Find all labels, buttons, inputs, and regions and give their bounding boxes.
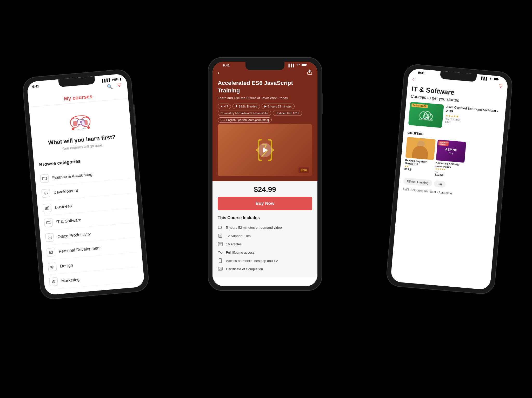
badges-row: ★ 4.7 ⬇ 19.9k Enrolled ▶ 5 hours 52 minu… xyxy=(218,104,312,109)
office-icon xyxy=(45,233,54,242)
svg-text:A CLOUD GURU: A CLOUD GURU xyxy=(418,118,433,121)
es6-badge: ES6 xyxy=(298,167,309,173)
battery-icon xyxy=(301,63,307,67)
left-phone: 9:41 ▌▌▌▌ WiFi ▮ 🔍 My courses xyxy=(22,68,150,300)
left-empty-title: What will you learn first? xyxy=(48,133,116,146)
updated-text: Updated Feb 2019 xyxy=(276,112,299,115)
tag-ethical-hacking[interactable]: Ethical Hacking xyxy=(403,178,433,187)
wifi-icon xyxy=(296,63,300,67)
svg-line-30 xyxy=(53,266,53,268)
svg-rect-35 xyxy=(302,64,306,66)
it-software-label: IT & Software xyxy=(56,218,81,224)
wifi-icon: WiFi xyxy=(112,77,118,82)
include-lifetime: Full lifetime access xyxy=(218,248,312,257)
aspnet-card[interactable]: HIGHESTRATED ASP.NE Cre Advanced ASP.NET… xyxy=(435,140,466,179)
share-button[interactable] xyxy=(307,69,312,76)
svg-line-27 xyxy=(51,266,51,268)
svg-line-14 xyxy=(45,192,46,194)
svg-line-13 xyxy=(42,178,46,178)
download-icon: ⬇ xyxy=(235,105,238,108)
include-mobile: Access on mobile, desktop and TV xyxy=(218,257,312,265)
duration-value: 5 hours 52 minutes xyxy=(268,105,292,108)
creator-badge: Created by Maximilian Schwarzmüller xyxy=(218,111,271,116)
svg-rect-21 xyxy=(48,236,51,239)
aspnet-text: ASP.NE Cre xyxy=(445,147,457,155)
language-badge: CC, English,Spanish [Auto-generated] xyxy=(218,117,272,123)
tag-lin[interactable]: Lin xyxy=(434,180,446,188)
course-title: Accelerated ES6 JavaScript Training xyxy=(218,79,312,94)
back-button[interactable]: ‹ xyxy=(218,70,220,76)
section2-title: courses xyxy=(407,130,424,136)
includes-title: This Course Includes xyxy=(218,215,312,220)
personal-icon xyxy=(46,248,56,257)
svg-rect-5 xyxy=(73,121,78,126)
left-phone-screen: 9:41 ▌▌▌▌ WiFi ▮ 🔍 My courses xyxy=(27,73,145,295)
left-time: 9:41 xyxy=(32,84,39,89)
svg-line-22 xyxy=(49,237,50,237)
cloud-guru-thumb: BESTSELLER A CLOUD GURU xyxy=(408,102,444,128)
left-status-icons: ▌▌▌▌ WiFi ▮ xyxy=(102,77,122,82)
svg-rect-24 xyxy=(49,251,53,254)
include-mobile-text: Access on mobile, desktop and TV xyxy=(226,259,278,263)
svg-marker-41 xyxy=(222,227,222,228)
svg-line-0 xyxy=(117,84,121,84)
include-articles: 16 Articles xyxy=(218,240,312,248)
signal-icon: ▌▌▌▌ xyxy=(102,78,111,83)
business-icon xyxy=(43,204,52,213)
office-label: Office Productivity xyxy=(57,232,91,239)
badges-row-3: CC, English,Spanish [Auto-generated] xyxy=(218,117,312,123)
center-status-icons: ▌▌▌ xyxy=(288,63,307,67)
play-button[interactable] xyxy=(258,143,272,157)
it-software-icon xyxy=(44,218,53,227)
browse-section: Browse categories Finance & Accounting D… xyxy=(34,150,144,290)
duration-badge: ▶ 5 hours 52 minutes xyxy=(262,104,295,109)
include-articles-text: 16 Articles xyxy=(226,242,242,246)
updated-badge: Updated Feb 2019 xyxy=(273,111,302,116)
include-certificate-text: Certificate of Completion xyxy=(226,267,263,271)
tag-label: Lin xyxy=(437,182,442,186)
svg-rect-9 xyxy=(82,120,85,125)
design-icon xyxy=(48,262,57,272)
include-video: 5 hours 52 minutes on-demand video xyxy=(218,223,312,232)
svg-point-33 xyxy=(53,281,54,282)
right-back-button[interactable]: ‹ xyxy=(412,76,415,83)
center-phone-screen: 9:41 ▌▌▌ ‹ xyxy=(212,62,317,286)
svg-rect-42 xyxy=(219,234,222,238)
course-thumbnail[interactable]: ES6 xyxy=(218,124,312,176)
headphone-illustration xyxy=(66,112,94,132)
svg-line-29 xyxy=(52,265,52,268)
right-filter-icon[interactable] xyxy=(498,84,504,90)
include-files-text: 12 Support Files xyxy=(226,234,251,238)
battery-icon xyxy=(494,77,499,82)
center-phone: 9:41 ▌▌▌ ‹ xyxy=(208,57,322,291)
price-text: $24.99 xyxy=(218,185,312,194)
buy-now-button[interactable]: Buy Now xyxy=(218,197,312,210)
highest-rated-badge: HIGHESTRATED xyxy=(438,141,449,146)
devops-card[interactable]: DevOps EngineerHands On! ★★ $12.5 xyxy=(404,137,436,176)
filter-icon[interactable] xyxy=(117,83,122,89)
star-icon: ★ xyxy=(221,105,223,108)
include-certificate: Certificate of Completion xyxy=(218,265,312,273)
mobile-icon xyxy=(218,258,223,263)
svg-rect-18 xyxy=(46,221,50,224)
svg-line-25 xyxy=(50,252,52,252)
bestseller-badge: BESTSELLER xyxy=(411,103,428,108)
svg-point-51 xyxy=(220,262,221,262)
svg-rect-15 xyxy=(45,207,46,210)
search-icon[interactable]: 🔍 xyxy=(107,84,113,90)
right-phone: 9:41 ▌▌▌ ‹ xyxy=(385,63,513,295)
development-icon xyxy=(41,189,50,198)
svg-line-28 xyxy=(51,266,52,268)
creator-text: Created by Maximilian Schwarzmüller xyxy=(221,112,268,115)
svg-line-23 xyxy=(49,238,50,238)
personal-label: Personal Development xyxy=(58,246,101,254)
svg-rect-16 xyxy=(46,207,48,209)
rating-value: 4.7 xyxy=(224,105,228,108)
center-body: $24.99 Buy Now This Course Includes 5 ho… xyxy=(212,181,317,277)
business-label: Business xyxy=(55,204,72,210)
finance-icon xyxy=(40,174,49,183)
play-triangle xyxy=(263,147,268,153)
devops-thumb xyxy=(405,137,436,160)
lifetime-icon xyxy=(218,250,223,255)
include-lifetime-text: Full lifetime access xyxy=(226,251,255,254)
